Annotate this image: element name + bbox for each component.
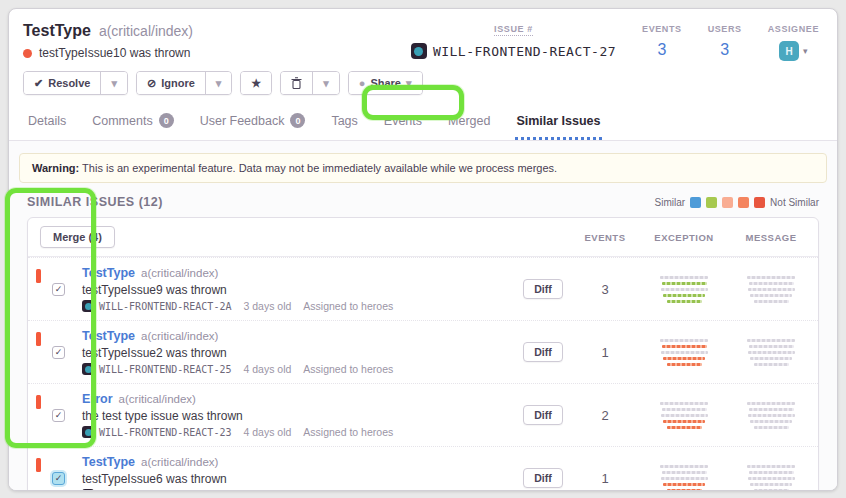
- similarity-swatch: [706, 197, 717, 208]
- row-events-count: 1: [572, 345, 638, 360]
- exception-similarity-bars: [638, 402, 730, 429]
- message-similarity-bars: [730, 276, 812, 303]
- diff-button[interactable]: Diff: [523, 405, 563, 425]
- message-similarity-bars: [730, 402, 812, 429]
- tab-tags[interactable]: Tags: [330, 107, 358, 140]
- trash-icon: [291, 77, 302, 89]
- column-events: EVENTS: [572, 232, 638, 243]
- error-level-bar: [36, 458, 41, 472]
- events-count-link[interactable]: 3: [657, 41, 666, 59]
- bookmark-button[interactable]: ★: [241, 72, 271, 94]
- experimental-warning-banner: Warning: This is an experimental feature…: [19, 153, 827, 183]
- row-issue-link[interactable]: TestType: [82, 266, 135, 280]
- issue-tabs: Details Comments0 User Feedback0 Tags Ev…: [9, 107, 837, 141]
- row-issue-link[interactable]: TestType: [82, 455, 135, 469]
- row-age: 4 days old: [243, 363, 291, 375]
- chevron-down-icon: ▾: [323, 76, 329, 90]
- row-age: 3 days old: [243, 489, 291, 491]
- users-count-link[interactable]: 3: [720, 41, 729, 59]
- project-platform-icon: [82, 363, 94, 375]
- row-age: 4 days old: [243, 426, 291, 438]
- message-similarity-bars: [730, 465, 812, 492]
- similar-issues-heading: SIMILAR ISSUES (12): [27, 195, 163, 209]
- tab-similar-issues[interactable]: Similar Issues: [515, 107, 601, 140]
- column-exception: EXCEPTION: [638, 232, 730, 243]
- row-events-count: 1: [572, 471, 638, 486]
- row-assignment: Assigned to heroes: [303, 426, 393, 438]
- similar-issue-row: ✓ Error a(critical/index) the test type …: [28, 383, 818, 446]
- row-short-id: WILL-FRONTEND-REACT-28: [82, 489, 231, 491]
- project-platform-icon: [82, 426, 94, 438]
- row-issue-link[interactable]: TestType: [82, 329, 135, 343]
- project-platform-icon: [82, 300, 94, 312]
- row-age: 3 days old: [243, 300, 291, 312]
- row-assignment: Assigned to heroes: [303, 489, 393, 491]
- stat-events: EVENTS 3: [642, 24, 682, 59]
- similar-issues-body: Warning: This is an experimental feature…: [9, 141, 837, 491]
- events-label: EVENTS: [642, 24, 682, 34]
- resolve-button-group: ✔ Resolve ▾: [23, 71, 128, 95]
- similar-issue-row: ✓ TestType a(critical/index) testTypeIss…: [28, 446, 818, 491]
- similarity-legend: Similar Not Similar: [655, 197, 819, 208]
- row-checkbox[interactable]: ✓: [52, 472, 65, 485]
- similarity-swatch: [738, 197, 749, 208]
- row-events-count: 2: [572, 408, 638, 423]
- row-short-id: WILL-FRONTEND-REACT-25: [82, 363, 231, 375]
- project-platform-icon: [82, 489, 94, 491]
- merge-button[interactable]: Merge (4): [40, 226, 115, 248]
- issue-stats: ISSUE # WILL-FRONTEND-REACT-27 EVENTS 3 …: [411, 22, 819, 61]
- diff-button[interactable]: Diff: [523, 342, 563, 362]
- similarity-swatch: [754, 197, 765, 208]
- resolve-dropdown-button[interactable]: ▾: [100, 72, 127, 94]
- row-assignment: Assigned to heroes: [303, 300, 393, 312]
- share-button[interactable]: ● Share ▾: [349, 72, 422, 94]
- row-short-id: WILL-FRONTEND-REACT-23: [82, 426, 231, 438]
- delete-dropdown-button[interactable]: ▾: [312, 72, 339, 94]
- similarity-swatch: [690, 197, 701, 208]
- issue-short-id[interactable]: WILL-FRONTEND-REACT-27: [411, 43, 616, 59]
- ignore-button-group: ⊘ Ignore ▾: [136, 71, 232, 95]
- similar-issue-row: ✓ TestType a(critical/index) testTypeIss…: [28, 257, 818, 320]
- tab-user-feedback[interactable]: User Feedback0: [199, 107, 307, 140]
- issue-number-label: ISSUE #: [494, 24, 533, 36]
- row-checkbox[interactable]: ✓: [52, 409, 65, 422]
- row-checkbox[interactable]: ✓: [52, 346, 65, 359]
- share-button-group: ● Share ▾: [348, 71, 423, 95]
- exception-similarity-bars: [638, 276, 730, 303]
- delete-button[interactable]: [281, 72, 312, 94]
- users-label: USERS: [708, 24, 742, 34]
- ignore-dropdown-button[interactable]: ▾: [205, 72, 232, 94]
- issue-culprit: a(critical/index): [99, 23, 193, 39]
- exception-similarity-bars: [638, 465, 730, 492]
- assignee-avatar[interactable]: H: [779, 41, 799, 61]
- stat-users: USERS 3: [708, 24, 742, 59]
- error-level-bar: [36, 269, 41, 283]
- error-level-bar: [36, 395, 41, 409]
- similar-issues-section-head: SIMILAR ISSUES (12) Similar Not Similar: [27, 195, 819, 209]
- row-short-id: WILL-FRONTEND-REACT-2A: [82, 300, 231, 312]
- row-issue-link[interactable]: Error: [82, 392, 113, 406]
- similar-issue-row: ✓ TestType a(critical/index) testTypeIss…: [28, 320, 818, 383]
- similarity-swatches: [690, 197, 765, 208]
- issue-heading-block: TestType a(critical/index) testTypeIssue…: [23, 22, 193, 60]
- assignee-selector[interactable]: H ▾: [779, 41, 808, 61]
- similar-issues-table: Merge (4) EVENTS EXCEPTION MESSAGE ✓ Tes…: [27, 217, 819, 491]
- action-toolbar: ✔ Resolve ▾ ⊘ Ignore ▾: [23, 71, 819, 95]
- tab-merged[interactable]: Merged: [447, 107, 491, 140]
- tab-events[interactable]: Events: [383, 107, 423, 140]
- stat-issue-number: ISSUE # WILL-FRONTEND-REACT-27: [411, 24, 616, 59]
- resolve-button[interactable]: ✔ Resolve: [24, 72, 100, 94]
- check-icon: ✔: [34, 76, 43, 90]
- ignore-button[interactable]: ⊘ Ignore: [137, 72, 205, 94]
- diff-button[interactable]: Diff: [523, 468, 563, 488]
- chevron-down-icon: ▾: [406, 76, 412, 90]
- row-checkbox[interactable]: ✓: [52, 283, 65, 296]
- row-events-count: 3: [572, 282, 638, 297]
- message-similarity-bars: [730, 339, 812, 366]
- row-assignment: Assigned to heroes: [303, 363, 393, 375]
- chevron-down-icon: ▾: [803, 46, 808, 56]
- page: TestType a(critical/index) testTypeIssue…: [0, 0, 846, 498]
- tab-comments[interactable]: Comments0: [91, 107, 174, 140]
- diff-button[interactable]: Diff: [523, 279, 563, 299]
- tab-details[interactable]: Details: [27, 107, 67, 140]
